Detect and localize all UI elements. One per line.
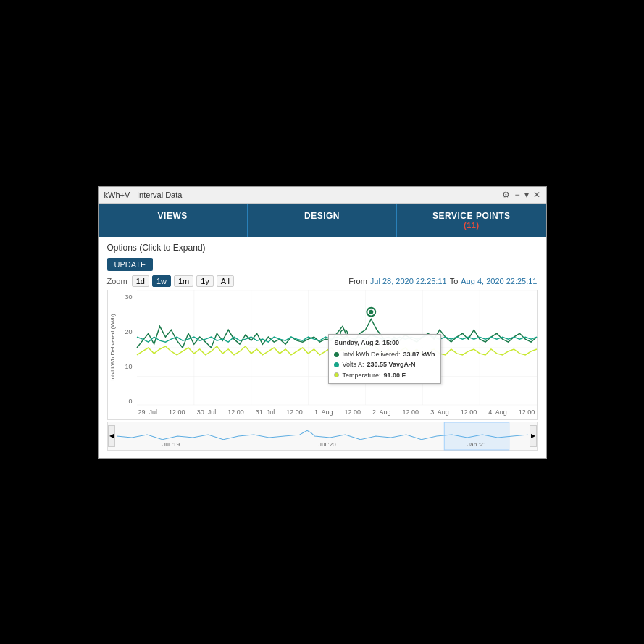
gear-icon[interactable]: ⚙ — [502, 190, 510, 200]
main-chart: Intvl kWh Delivered (kWh) 30 20 10 0 — [107, 290, 538, 420]
service-points-badge: (11) — [401, 221, 541, 230]
zoom-controls: Zoom 1d 1w 1m 1y All — [107, 275, 235, 287]
to-label: To — [450, 277, 459, 285]
zoom-1w[interactable]: 1w — [152, 275, 171, 287]
zoom-1y[interactable]: 1y — [196, 275, 214, 287]
window-title: kWh+V - Interval Data — [104, 191, 183, 199]
minus-icon[interactable]: − — [514, 190, 519, 200]
svg-text:Jan '21: Jan '21 — [467, 441, 486, 448]
svg-text:Jul '19: Jul '19 — [162, 441, 180, 448]
close-icon[interactable]: ✕ — [533, 190, 540, 200]
zoom-row: Zoom 1d 1w 1m 1y All From Jul 28, 2020 2… — [107, 275, 538, 287]
title-bar-icons: ⚙ − ▾ ✕ — [502, 190, 540, 200]
zoom-all[interactable]: All — [217, 275, 234, 287]
navigator: ◀ Jul '19 Jul '20 Jan '21 ▶ — [107, 422, 538, 451]
options-header[interactable]: Options (Click to Expand) — [107, 243, 538, 253]
navigator-chart: Jul '19 Jul '20 Jan '21 — [117, 422, 528, 450]
date-range: From Jul 28, 2020 22:25:11 To Aug 4, 202… — [348, 277, 537, 285]
x-axis: 29. Jul 12:00 30. Jul 12:00 31. Jul 12:0… — [137, 405, 537, 419]
nav-design[interactable]: DESIGN — [248, 204, 397, 237]
svg-point-13 — [340, 330, 347, 337]
title-bar: kWh+V - Interval Data ⚙ − ▾ ✕ — [99, 187, 546, 204]
to-date[interactable]: Aug 4, 2020 22:25:11 — [461, 277, 537, 285]
svg-text:Jul '20: Jul '20 — [318, 441, 336, 448]
main-window: kWh+V - Interval Data ⚙ − ▾ ✕ VIEWS DESI… — [98, 186, 547, 459]
y-axis-label: Intvl kWh Delivered (kWh) — [109, 314, 116, 380]
from-label: From — [348, 277, 367, 285]
x-axis-labels: 29. Jul 12:00 30. Jul 12:00 31. Jul 12:0… — [137, 409, 537, 416]
zoom-label: Zoom — [107, 277, 127, 285]
chart-svg-container: Sunday, Aug 2, 15:00 Intvl kWh Delivered… — [137, 290, 537, 405]
nav-bar: VIEWS DESIGN SERVICE POINTS (11) — [99, 204, 546, 237]
nav-views[interactable]: VIEWS — [99, 204, 248, 237]
from-date[interactable]: Jul 28, 2020 22:25:11 — [370, 277, 447, 285]
y-axis: 30 20 10 0 — [120, 290, 135, 405]
nav-scroll-right[interactable]: ▶ — [530, 425, 537, 447]
nav-service-points[interactable]: SERVICE POINTS (11) — [397, 204, 545, 237]
content-area: Options (Click to Expand) UPDATE Zoom 1d… — [99, 237, 546, 458]
update-button[interactable]: UPDATE — [107, 258, 154, 271]
chevron-down-icon[interactable]: ▾ — [524, 190, 529, 200]
nav-scroll-left[interactable]: ◀ — [108, 425, 115, 447]
svg-point-12 — [369, 309, 373, 314]
zoom-1d[interactable]: 1d — [132, 275, 149, 287]
zoom-1m[interactable]: 1m — [174, 275, 193, 287]
